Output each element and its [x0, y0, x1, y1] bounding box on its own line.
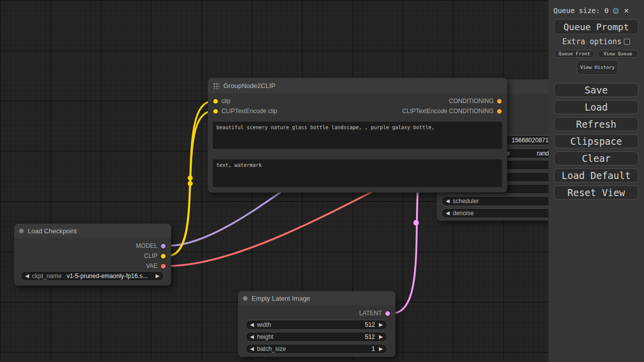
- view-history-button[interactable]: View History: [577, 60, 618, 75]
- empty-latent-title-bar[interactable]: Empty Latent Image: [238, 291, 395, 305]
- batch-size-value: 1: [372, 345, 375, 352]
- denoise-widget[interactable]: ◀ denoise: [441, 208, 548, 218]
- control-after-generate-value: randomize: [537, 150, 548, 157]
- extra-options-checkbox[interactable]: [624, 39, 630, 45]
- conditioning-output-label: CONDITIONING: [449, 98, 494, 105]
- width-label: width: [257, 321, 271, 328]
- ckpt-name-label: ckpt_name: [32, 273, 62, 280]
- clip-input-slot[interactable]: clip: [210, 97, 230, 105]
- vae-socket-icon[interactable]: [160, 263, 166, 269]
- node-canvas[interactable]: 15668020871 control_after_generate rando…: [0, 0, 548, 362]
- node-empty-latent-image[interactable]: Empty Latent Image LATENT ◀ width 512 ▶ …: [238, 291, 395, 357]
- vae-output-label: VAE: [146, 262, 157, 269]
- load-checkpoint-title-bar[interactable]: Load Checkpoint: [14, 224, 171, 238]
- clip-output-slot[interactable]: CLIP: [144, 252, 169, 260]
- ckpt-name-widget[interactable]: ◀ ckpt_name v1-5-pruned-emaonly-fp16.s..…: [21, 271, 164, 281]
- clipspace-button[interactable]: Clipspace: [554, 134, 638, 148]
- scheduler-widget[interactable]: ◀ scheduler: [441, 196, 548, 206]
- conditioning-socket-icon[interactable]: [497, 99, 502, 104]
- cliptextencode-conditioning-output-slot[interactable]: CLIPTextEncode CONDITIONING: [403, 107, 505, 115]
- decrement-arrow-icon[interactable]: ◀: [446, 211, 450, 216]
- model-output-label: MODEL: [136, 242, 157, 249]
- collapse-dot-icon[interactable]: [243, 296, 248, 301]
- queue-size-label: Queue size: 0: [553, 7, 609, 15]
- load-default-button[interactable]: Load Default: [554, 168, 638, 183]
- denoise-label: denoise: [453, 210, 474, 217]
- queue-prompt-button[interactable]: Queue Prompt: [554, 19, 638, 34]
- groupnode-title-bar[interactable]: GroupNode2CLIP: [208, 78, 507, 94]
- clear-button[interactable]: Clear: [554, 151, 638, 165]
- refresh-button[interactable]: Refresh: [554, 117, 638, 131]
- latent-output-slot[interactable]: LATENT: [359, 309, 393, 317]
- latent-link-dot: [414, 220, 419, 226]
- next-ckpt-arrow-icon[interactable]: ▶: [155, 274, 159, 279]
- clip-socket-icon[interactable]: [213, 109, 218, 114]
- latent-socket-icon[interactable]: [385, 311, 390, 316]
- cliptextencode-clip-input-label: CLIPTextEncode clip: [221, 108, 277, 115]
- vae-output-slot[interactable]: VAE: [146, 262, 169, 270]
- model-output-slot[interactable]: MODEL: [136, 242, 169, 250]
- increment-arrow-icon[interactable]: ▶: [379, 346, 383, 351]
- width-widget[interactable]: ◀ width 512 ▶: [246, 320, 387, 330]
- close-icon[interactable]: ✕: [624, 7, 629, 15]
- clip-socket-icon[interactable]: [213, 99, 218, 104]
- scheduler-label: scheduler: [453, 198, 479, 205]
- increment-arrow-icon[interactable]: ▶: [379, 334, 383, 339]
- extra-options-label: Extra options: [562, 37, 621, 46]
- seed-value: 15668020871: [512, 137, 548, 144]
- node-load-checkpoint[interactable]: Load Checkpoint MODEL CLIP VAE ◀ ckpt_na…: [14, 224, 171, 286]
- height-label: height: [257, 333, 274, 340]
- drag-dots-icon: [213, 82, 219, 89]
- conditioning-socket-icon[interactable]: [497, 109, 502, 114]
- reset-view-button[interactable]: Reset View: [554, 186, 638, 200]
- node-title: GroupNode2CLIP: [223, 82, 275, 89]
- increment-arrow-icon[interactable]: ▶: [379, 322, 383, 327]
- clip-socket-icon[interactable]: [160, 253, 166, 259]
- width-value: 512: [365, 321, 375, 328]
- latent-output-label: LATENT: [359, 310, 382, 317]
- decrement-arrow-icon[interactable]: ◀: [250, 334, 254, 339]
- clip-link-dot-1: [188, 175, 193, 180]
- node-groupnode2clip[interactable]: GroupNode2CLIP clip CLIPTextEncode clip …: [208, 78, 507, 193]
- conditioning-output-slot[interactable]: CONDITIONING: [449, 97, 505, 105]
- clip-input-label: clip: [221, 98, 230, 105]
- positive-prompt-textarea[interactable]: beautiful scenery nature glass bottle la…: [213, 122, 502, 149]
- decrement-arrow-icon[interactable]: ◀: [250, 322, 254, 327]
- save-button[interactable]: Save: [554, 83, 638, 97]
- cliptextencode-conditioning-output-label: CLIPTextEncode CONDITIONING: [403, 108, 494, 115]
- clip-link-dot-2: [188, 181, 193, 186]
- node-title: Load Checkpoint: [28, 227, 77, 235]
- settings-gear-icon[interactable]: ⚙: [613, 6, 619, 16]
- queue-front-button[interactable]: Queue Front: [554, 50, 595, 58]
- comfyui-window: 15668020871 control_after_generate rando…: [0, 0, 644, 362]
- height-value: 512: [365, 333, 375, 340]
- negative-prompt-textarea[interactable]: text, watermark: [213, 159, 502, 187]
- prev-arrow-icon[interactable]: ◀: [446, 199, 450, 204]
- load-button[interactable]: Load: [554, 100, 638, 114]
- ckpt-name-value: v1-5-pruned-emaonly-fp16.s...: [66, 273, 147, 280]
- prev-ckpt-arrow-icon[interactable]: ◀: [25, 274, 29, 279]
- batch-size-label: batch_size: [257, 345, 286, 352]
- node-title: Empty Latent Image: [252, 295, 310, 302]
- clip-output-label: CLIP: [144, 252, 157, 259]
- batch-size-widget[interactable]: ◀ batch_size 1 ▶: [246, 344, 387, 354]
- cliptextencode-clip-input-slot[interactable]: CLIPTextEncode clip: [210, 107, 277, 115]
- comfy-menu: Queue size: 0 ⚙ ✕ Queue Prompt Extra opt…: [548, 0, 644, 362]
- collapse-dot-icon[interactable]: [19, 229, 24, 233]
- view-queue-button[interactable]: View Queue: [597, 50, 638, 58]
- height-widget[interactable]: ◀ height 512 ▶: [246, 332, 387, 342]
- decrement-arrow-icon[interactable]: ◀: [250, 346, 254, 351]
- model-socket-icon[interactable]: [160, 243, 166, 249]
